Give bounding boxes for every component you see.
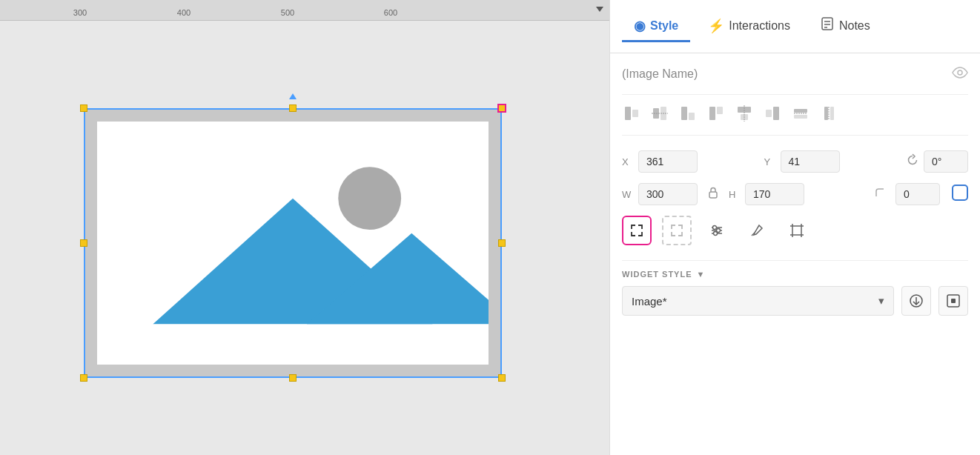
trim-icon-btn[interactable] [782, 216, 812, 245]
svg-rect-23 [766, 110, 772, 117]
ruler-tick-500: 500 [281, 8, 294, 17]
tab-notes-label: Notes [839, 19, 870, 33]
w-label: W [622, 189, 632, 200]
image-inner [97, 122, 489, 365]
y-input[interactable]: 41 [781, 150, 840, 173]
ruler-dropdown-icon[interactable] [595, 4, 605, 15]
widget-style-dropdown-row: Image* ▾ [622, 286, 968, 316]
panel-body: (Image Name) [610, 53, 980, 455]
handle-mr[interactable] [498, 239, 506, 247]
image-widget-container[interactable] [85, 110, 500, 376]
svg-rect-50 [951, 299, 956, 303]
handle-tl[interactable] [80, 104, 87, 112]
tab-interactions[interactable]: ⚡ Interactions [696, 12, 802, 42]
svg-rect-28 [830, 107, 834, 120]
anchor-icon-btn[interactable] [938, 286, 968, 316]
wh-row: W 300 H 170 0 [622, 183, 968, 205]
chevron-down-icon: ▾ [878, 294, 884, 308]
expand-icon-btn[interactable] [622, 216, 652, 245]
widget-style-select[interactable]: Image* ▾ [622, 286, 894, 316]
svg-rect-22 [773, 107, 779, 120]
import-icon-btn[interactable] [901, 286, 931, 316]
panel-tabs: ◉ Style ⚡ Interactions Notes [610, 0, 980, 53]
align-left-top-icon[interactable] [622, 104, 641, 123]
svg-rect-30 [709, 192, 717, 198]
xy-row: X 361 Y 41 0° [622, 150, 968, 173]
lock-icon[interactable] [706, 186, 720, 203]
svg-point-36 [714, 232, 718, 236]
h-input[interactable]: 170 [745, 183, 804, 205]
style-icon: ◉ [634, 18, 646, 34]
eyedropper-icon-btn[interactable] [742, 216, 772, 245]
distribute-h-icon[interactable] [819, 104, 838, 123]
corner-radius-input[interactable]: 0 [895, 183, 940, 205]
handle-tr-pink[interactable] [497, 104, 506, 113]
handle-tc[interactable] [289, 104, 297, 112]
w-input[interactable]: 300 [638, 183, 698, 205]
align-center-h-icon[interactable] [735, 104, 754, 123]
handle-ml[interactable] [80, 239, 87, 247]
svg-rect-16 [689, 113, 695, 120]
ruler-tick-300: 300 [73, 8, 87, 17]
ruler-tick-400: 400 [177, 8, 191, 17]
widget-style-dropdown-arrow[interactable]: ▼ [697, 270, 706, 279]
svg-point-34 [713, 226, 717, 230]
svg-rect-10 [625, 107, 631, 120]
rotation-input[interactable]: 0° [924, 150, 968, 173]
notes-icon [820, 16, 835, 35]
separator-1 [622, 94, 968, 95]
widget-style-label: WIDGET STYLE ▼ [622, 270, 968, 279]
align-right-icon[interactable] [763, 104, 782, 123]
image-name: (Image Name) [622, 67, 698, 81]
tool-icons-row [622, 216, 968, 245]
rotate-icon [906, 153, 919, 170]
ruler-top: 300 400 500 600 [0, 0, 609, 21]
image-placeholder[interactable] [85, 110, 500, 376]
align-center-v-icon[interactable] [650, 104, 669, 123]
image-name-row: (Image Name) [622, 65, 968, 82]
handle-bc[interactable] [289, 374, 297, 382]
handle-br[interactable] [498, 374, 506, 382]
corner-radius-icon [873, 186, 887, 202]
crop-icon-btn[interactable] [662, 216, 692, 245]
tab-style-label: Style [650, 19, 678, 33]
corner-box[interactable] [952, 185, 968, 204]
svg-rect-17 [709, 107, 715, 120]
h-label: H [729, 189, 739, 200]
svg-point-4 [338, 167, 401, 230]
svg-rect-18 [717, 107, 723, 114]
canvas-area[interactable]: 300 400 500 600 [0, 0, 609, 455]
adjust-icon-btn[interactable] [702, 216, 732, 245]
interactions-icon: ⚡ [708, 18, 724, 34]
align-bottom-icon[interactable] [678, 104, 698, 123]
y-label: Y [764, 156, 775, 167]
svg-point-9 [958, 70, 962, 75]
tab-interactions-label: Interactions [729, 19, 790, 33]
svg-marker-0 [596, 7, 603, 12]
svg-rect-25 [794, 115, 807, 119]
canvas-workspace[interactable] [0, 21, 609, 455]
image-svg [97, 122, 489, 365]
right-panel: ◉ Style ⚡ Interactions Notes (Image Name… [609, 0, 980, 455]
x-label: X [622, 156, 632, 167]
x-input[interactable]: 361 [638, 150, 698, 173]
svg-rect-15 [681, 107, 687, 120]
align-top-icon[interactable] [706, 104, 726, 123]
svg-rect-11 [632, 110, 638, 117]
separator-2 [622, 260, 968, 261]
handle-bl[interactable] [80, 374, 87, 382]
tab-notes[interactable]: Notes [808, 10, 882, 43]
svg-rect-24 [794, 109, 807, 113]
distribute-v-icon[interactable] [791, 104, 810, 123]
eye-icon[interactable] [952, 65, 968, 82]
svg-rect-27 [824, 107, 828, 120]
rotate-row: 0° [906, 150, 968, 173]
svg-rect-38 [792, 226, 801, 235]
ruler-tick-600: 600 [384, 8, 397, 17]
align-row [622, 104, 968, 136]
tab-style[interactable]: ◉ Style [622, 12, 690, 42]
widget-style-section: WIDGET STYLE ▼ Image* ▾ [622, 270, 968, 316]
rotation-indicator [289, 93, 297, 99]
